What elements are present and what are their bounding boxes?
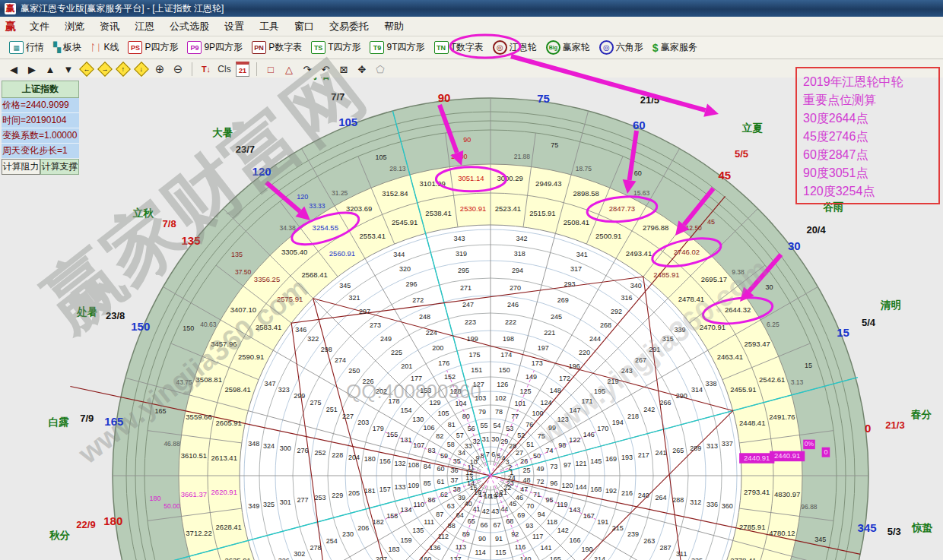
menu-item-settings[interactable]: 设置 [217, 17, 252, 36]
tool-rotate-ccw[interactable]: ↶ [317, 62, 334, 77]
svg-text:2613.41: 2613.41 [211, 454, 237, 462]
menu-item-gann[interactable]: 江恩 [127, 17, 162, 36]
svg-text:248: 248 [419, 313, 430, 321]
tool-draw-square[interactable]: □ [262, 62, 279, 77]
toolbar-item-winner-service[interactable]: $赢家服务 [648, 40, 702, 55]
svg-text:135: 135 [181, 234, 200, 247]
svg-text:142: 142 [557, 527, 569, 534]
svg-text:251: 251 [326, 406, 338, 413]
toolbar-item-9p-square[interactable]: P99P四方形 [183, 40, 247, 55]
svg-text:82: 82 [436, 432, 443, 440]
tool-draw-triangle[interactable]: △ [281, 62, 297, 77]
tool-zoom-out[interactable]: ⊖ [170, 62, 186, 77]
tool-lasso[interactable]: ⬠ [372, 62, 389, 77]
tool-shift-up[interactable]: ↑ [115, 62, 132, 77]
svg-text:201: 201 [401, 362, 412, 370]
svg-text:34.38: 34.38 [279, 224, 296, 232]
index-name: 上证指数 [2, 81, 79, 98]
menu-item-news[interactable]: 资讯 [92, 17, 127, 36]
svg-text:53: 53 [506, 425, 513, 432]
index-info-panel: 上证指数 价格=2440.9099时间=20190104变换系数=1.00000… [2, 81, 79, 175]
toolbar-item-p-square[interactable]: PSP四方形 [123, 40, 183, 55]
svg-text:86: 86 [427, 496, 435, 504]
tool-cls-button[interactable]: Cls [216, 62, 233, 77]
tool-calendar[interactable]: 21 [234, 62, 251, 77]
svg-text:122: 122 [569, 436, 580, 444]
svg-text:3457.96: 3457.96 [211, 340, 237, 348]
svg-text:0%: 0% [805, 440, 814, 448]
svg-text:115: 115 [495, 549, 506, 556]
svg-text:156: 156 [379, 457, 391, 465]
tool-nav-down[interactable]: ▼ [60, 62, 77, 77]
tool-price-axis[interactable]: T↓ [198, 62, 214, 77]
svg-text:40: 40 [465, 500, 472, 508]
calc-resistance-button[interactable]: 计算阻力 [2, 159, 40, 175]
svg-text:150: 150 [183, 324, 194, 332]
svg-text:2605.91: 2605.91 [216, 419, 242, 427]
svg-text:253: 253 [314, 494, 325, 501]
toolbar-item-9t-square[interactable]: T99T四方形 [365, 40, 429, 55]
menu-item-help[interactable]: 帮助 [376, 17, 411, 36]
menu-item-tools[interactable]: 工具 [252, 17, 287, 36]
annotation-line-0: 2019年江恩轮中轮 [803, 73, 932, 91]
tool-zoom-in[interactable]: ⊕ [151, 62, 168, 77]
tool-nav-right[interactable]: ▶ [24, 62, 40, 77]
target-icon: ◎ [493, 40, 507, 55]
svg-text:336: 336 [706, 501, 718, 508]
svg-text:84: 84 [424, 463, 431, 470]
toolbar-item-hexagon[interactable]: ◎六角形 [595, 39, 648, 56]
toolbar-item-p-number-table[interactable]: PNP数字表 [247, 40, 306, 55]
svg-text:176: 176 [438, 359, 449, 367]
svg-text:343: 343 [453, 235, 465, 242]
menu-item-browse[interactable]: 浏览 [57, 17, 92, 36]
toolbar-item-t-number-table[interactable]: TNT数字表 [430, 40, 488, 55]
svg-text:131: 131 [401, 436, 412, 444]
toolbar-item-t-square[interactable]: TST四方形 [306, 40, 365, 55]
toolbar-label-p-number-table: P数字表 [268, 41, 302, 54]
menu-item-trade-entrust[interactable]: 交易委托 [322, 17, 376, 36]
svg-text:107: 107 [413, 441, 424, 449]
toolbar-item-winner-wheel[interactable]: Big赢家轮 [541, 39, 595, 56]
svg-text:104: 104 [455, 400, 466, 407]
svg-text:2553.41: 2553.41 [360, 232, 386, 240]
svg-text:27: 27 [516, 449, 523, 457]
svg-text:170: 170 [597, 425, 608, 432]
svg-text:白露: 白露 [49, 416, 70, 428]
menu-item-formula-stock-pick[interactable]: 公式选股 [162, 17, 217, 36]
svg-text:3559.66: 3559.66 [186, 413, 211, 421]
toolbar-item-sectors[interactable]: ▚板块 [49, 40, 86, 55]
svg-text:278: 278 [310, 544, 321, 552]
svg-text:春分: 春分 [910, 409, 932, 420]
tool-rotate-cw[interactable]: ↷ [299, 62, 316, 77]
tool-nav-up[interactable]: ▲ [42, 62, 59, 77]
toolbar-label-quotes: 行情 [26, 41, 44, 54]
toolbar-item-gann-wheel[interactable]: ◎江恩轮 [488, 39, 541, 56]
tool-shift-right[interactable]: → [97, 62, 113, 77]
svg-text:7: 7 [486, 451, 490, 458]
svg-text:228: 228 [332, 451, 343, 459]
svg-text:116: 116 [515, 543, 525, 551]
tool-expand[interactable]: ✥ [354, 62, 370, 77]
calc-support-button[interactable]: 计算支撑 [40, 159, 79, 175]
svg-text:2448.41: 2448.41 [739, 419, 765, 427]
svg-text:70: 70 [526, 502, 534, 510]
svg-text:119: 119 [557, 501, 567, 508]
toolbar-item-kline[interactable]: ᛚᛁK线 [86, 40, 123, 55]
tool-nav-left[interactable]: ◀ [5, 62, 22, 77]
svg-text:249: 249 [380, 335, 392, 343]
toolbar-label-sectors: 板块 [63, 41, 81, 54]
svg-text:2538.41: 2538.41 [425, 209, 451, 217]
tool-box-x[interactable]: ⊠ [335, 62, 352, 77]
svg-text:46.88: 46.88 [164, 440, 180, 448]
menu-item-window[interactable]: 窗口 [287, 17, 322, 36]
svg-text:203: 203 [357, 419, 369, 426]
svg-text:296: 296 [405, 280, 417, 288]
grid-icon: ▦ [9, 41, 24, 54]
svg-text:141: 141 [541, 544, 552, 552]
toolbar-item-quotes[interactable]: ▦行情 [5, 40, 49, 55]
tool-shift-down[interactable]: ↓ [133, 62, 150, 77]
svg-text:7/8: 7/8 [163, 218, 176, 229]
svg-text:50.00: 50.00 [164, 502, 180, 510]
tool-shift-left[interactable]: ← [78, 62, 95, 77]
menu-item-file[interactable]: 文件 [22, 17, 57, 36]
